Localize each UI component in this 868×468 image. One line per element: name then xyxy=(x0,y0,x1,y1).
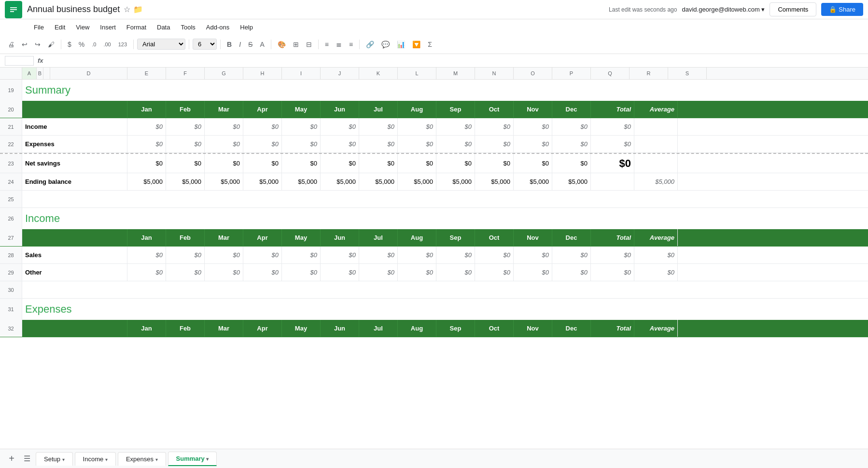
cell-23-jan[interactable]: $0 xyxy=(127,154,166,173)
decimal-inc-button[interactable]: .00 xyxy=(100,40,113,49)
cell-23-aug[interactable]: $0 xyxy=(398,154,436,173)
cell-23-dec[interactable]: $0 xyxy=(552,154,591,173)
cell-29-total[interactable]: $0 xyxy=(591,264,634,281)
currency-button[interactable]: $ xyxy=(65,39,74,50)
bold-button[interactable]: B xyxy=(224,39,235,50)
col-D[interactable]: D xyxy=(50,68,127,79)
cell-22-dec[interactable]: $0 xyxy=(552,136,591,152)
menu-file[interactable]: File xyxy=(29,22,49,33)
cell-31-label[interactable]: Expenses xyxy=(22,299,127,320)
cell-24-label[interactable]: Ending balance xyxy=(22,173,127,190)
cell-22-total[interactable]: $0 xyxy=(591,136,634,152)
cell-21-jul[interactable]: $0 xyxy=(359,118,398,135)
sheet-list-button[interactable]: ☰ xyxy=(20,452,34,466)
cell-23-jun[interactable]: $0 xyxy=(321,154,359,173)
cell-22-avg[interactable] xyxy=(634,136,678,152)
paint-format-button[interactable]: 🖌 xyxy=(45,39,57,50)
cell-23-oct[interactable]: $0 xyxy=(475,154,514,173)
cell-23-sep[interactable]: $0 xyxy=(436,154,475,173)
cell-29-may[interactable]: $0 xyxy=(282,264,321,281)
cell-21-mar[interactable]: $0 xyxy=(205,118,243,135)
cell-22-nov[interactable]: $0 xyxy=(514,136,552,152)
cell-29-sep[interactable]: $0 xyxy=(436,264,475,281)
col-N[interactable]: N xyxy=(475,68,514,79)
cell-28-mar[interactable]: $0 xyxy=(205,247,243,263)
col-O[interactable]: O xyxy=(514,68,552,79)
col-C[interactable] xyxy=(43,68,50,79)
cell-29-avg[interactable]: $0 xyxy=(634,264,678,281)
cell-23-mar[interactable]: $0 xyxy=(205,154,243,173)
cell-28-avg[interactable]: $0 xyxy=(634,247,678,263)
cell-28-may[interactable]: $0 xyxy=(282,247,321,263)
cell-23-feb[interactable]: $0 xyxy=(166,154,205,173)
cell-24-dec[interactable]: $5,000 xyxy=(552,173,591,190)
tab-income[interactable]: Income ▾ xyxy=(75,452,116,466)
col-J[interactable]: J xyxy=(321,68,359,79)
cell-29-label[interactable]: Other xyxy=(22,264,127,281)
undo-button[interactable]: ↩ xyxy=(19,39,30,50)
cell-24-nov[interactable]: $5,000 xyxy=(514,173,552,190)
cell-21-dec[interactable]: $0 xyxy=(552,118,591,135)
cell-23-total[interactable]: $0 xyxy=(591,154,634,173)
col-Q[interactable]: Q xyxy=(591,68,630,79)
cell-21-aug[interactable]: $0 xyxy=(398,118,436,135)
cell-28-total[interactable]: $0 xyxy=(591,247,634,263)
cell-29-feb[interactable]: $0 xyxy=(166,264,205,281)
folder-icon[interactable]: 📁 xyxy=(133,5,143,14)
cell-28-jan[interactable]: $0 xyxy=(127,247,166,263)
col-K[interactable]: K xyxy=(359,68,398,79)
comment-button[interactable]: 💬 xyxy=(378,39,392,50)
tab-summary[interactable]: Summary ▾ xyxy=(168,452,217,466)
menu-edit[interactable]: Edit xyxy=(50,22,70,33)
doc-title[interactable]: Annual business budget xyxy=(27,4,120,14)
cell-23-apr[interactable]: $0 xyxy=(243,154,282,173)
cell-24-mar[interactable]: $5,000 xyxy=(205,173,243,190)
cell-29-nov[interactable]: $0 xyxy=(514,264,552,281)
italic-button[interactable]: I xyxy=(236,39,244,50)
share-button[interactable]: 🔒 Share xyxy=(821,3,863,16)
cell-21-nov[interactable]: $0 xyxy=(514,118,552,135)
cell-23-jul[interactable]: $0 xyxy=(359,154,398,173)
cell-28-apr[interactable]: $0 xyxy=(243,247,282,263)
tab-expenses[interactable]: Expenses ▾ xyxy=(118,452,166,466)
comments-button[interactable]: Comments xyxy=(770,2,816,16)
cell-24-avg[interactable]: $5,000 xyxy=(634,173,678,190)
percent-button[interactable]: % xyxy=(76,39,87,50)
cell-23-may[interactable]: $0 xyxy=(282,154,321,173)
cell-28-sep[interactable]: $0 xyxy=(436,247,475,263)
cell-28-oct[interactable]: $0 xyxy=(475,247,514,263)
col-A[interactable]: A xyxy=(22,68,37,79)
cell-reference[interactable] xyxy=(5,56,34,66)
cell-22-may[interactable]: $0 xyxy=(282,136,321,152)
align-center-button[interactable]: ≣ xyxy=(333,39,345,50)
cell-24-aug[interactable]: $5,000 xyxy=(398,173,436,190)
cell-22-jan[interactable]: $0 xyxy=(127,136,166,152)
cell-28-label[interactable]: Sales xyxy=(22,247,127,263)
col-I[interactable]: I xyxy=(282,68,321,79)
cell-24-jan[interactable]: $5,000 xyxy=(127,173,166,190)
cell-21-avg[interactable] xyxy=(634,118,678,135)
cell-22-oct[interactable]: $0 xyxy=(475,136,514,152)
cell-21-apr[interactable]: $0 xyxy=(243,118,282,135)
menu-insert[interactable]: Insert xyxy=(95,22,121,33)
menu-help[interactable]: Help xyxy=(235,22,258,33)
col-S[interactable]: S xyxy=(668,68,707,79)
cell-28-jul[interactable]: $0 xyxy=(359,247,398,263)
cell-24-feb[interactable]: $5,000 xyxy=(166,173,205,190)
cell-29-aug[interactable]: $0 xyxy=(398,264,436,281)
link-button[interactable]: 🔗 xyxy=(363,39,377,50)
menu-format[interactable]: Format xyxy=(122,22,151,33)
cell-21-may[interactable]: $0 xyxy=(282,118,321,135)
filter-button[interactable]: 🔽 xyxy=(409,39,423,50)
cell-19-label[interactable]: Summary xyxy=(22,80,127,101)
align-right-button[interactable]: ≡ xyxy=(346,39,356,50)
cell-29-dec[interactable]: $0 xyxy=(552,264,591,281)
formula-input[interactable] xyxy=(47,57,863,64)
col-M[interactable]: M xyxy=(436,68,475,79)
decimal-dec-button[interactable]: .0 xyxy=(89,40,99,49)
cell-28-feb[interactable]: $0 xyxy=(166,247,205,263)
cell-21-label[interactable]: Income xyxy=(22,118,127,135)
col-F[interactable]: F xyxy=(166,68,205,79)
col-R[interactable]: R xyxy=(630,68,668,79)
cell-22-mar[interactable]: $0 xyxy=(205,136,243,152)
